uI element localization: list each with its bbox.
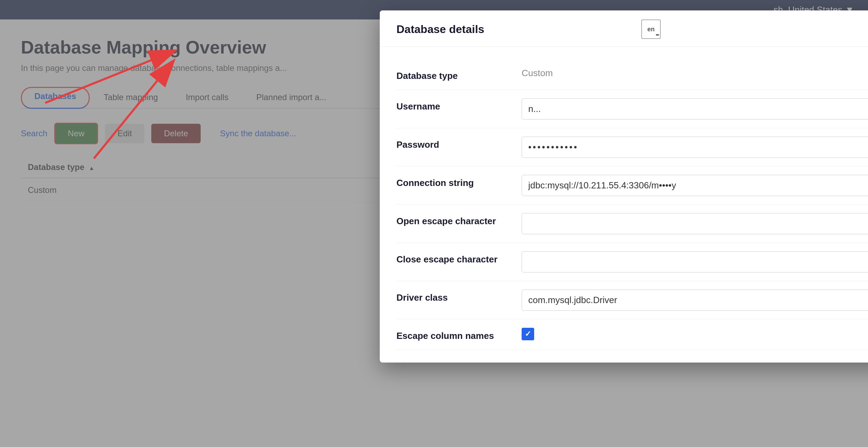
input-connection-string[interactable] <box>522 175 868 196</box>
label-connection-string: Connection string <box>396 175 508 188</box>
checkbox-escape-column-names[interactable] <box>522 328 534 340</box>
form-row-password: Password <box>396 128 868 166</box>
label-close-escape: Close escape character <box>396 251 508 265</box>
label-open-escape: Open escape character <box>396 213 508 227</box>
label-driver-class: Driver class <box>396 290 508 303</box>
label-database-type: Database type <box>396 68 508 81</box>
form-row-escape-column-names: Escape column names <box>396 319 868 350</box>
input-password[interactable] <box>522 137 868 158</box>
modal-title: Database details <box>396 23 484 36</box>
locale-icon: en ✏ <box>641 19 661 39</box>
form-row-close-escape: Close escape character <box>396 243 868 281</box>
input-close-escape[interactable] <box>522 251 868 273</box>
form-row-connection-string: Connection string <box>396 166 868 205</box>
database-details-modal: Database details en ✏ × Database type Cu… <box>380 10 868 363</box>
locale-icon-area: en ✏ <box>641 19 661 39</box>
label-escape-column-names: Escape column names <box>396 328 508 341</box>
checkbox-row-escape-column <box>522 328 534 340</box>
value-database-type: Custom <box>522 68 868 79</box>
input-open-escape[interactable] <box>522 213 868 234</box>
label-password: Password <box>396 137 508 150</box>
form-row-database-type: Database type Custom <box>396 59 868 90</box>
modal-header: Database details en ✏ × <box>380 10 868 47</box>
modal-body: Database type Custom Username Password C… <box>380 47 868 363</box>
input-username[interactable] <box>522 98 868 120</box>
label-username: Username <box>396 98 508 112</box>
form-row-username: Username <box>396 90 868 128</box>
form-row-open-escape: Open escape character <box>396 205 868 243</box>
input-driver-class[interactable] <box>522 290 868 311</box>
form-row-driver-class: Driver class <box>396 281 868 319</box>
